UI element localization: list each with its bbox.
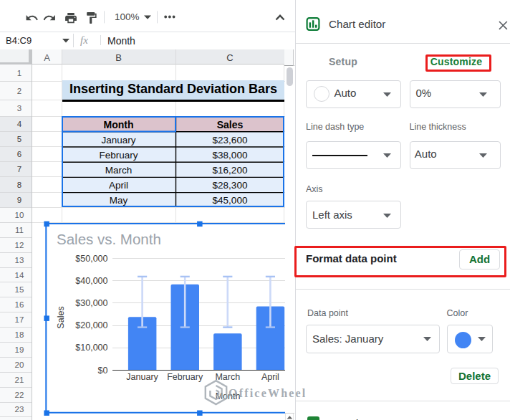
svg-text:$40,000: $40,000: [75, 276, 107, 286]
svg-text:February: February: [167, 372, 203, 382]
svg-text:January: January: [126, 372, 158, 382]
svg-text:$20,000: $20,000: [75, 320, 107, 330]
svg-text:$0: $0: [98, 366, 108, 376]
svg-text:$10,000: $10,000: [75, 343, 107, 353]
svg-text:$30,000: $30,000: [75, 298, 107, 308]
svg-text:Sales vs. Month: Sales vs. Month: [57, 231, 161, 247]
svg-text:OfficeWheel: OfficeWheel: [228, 387, 307, 399]
svg-text:$50,000: $50,000: [75, 254, 107, 264]
svg-text:Sales: Sales: [56, 306, 66, 328]
